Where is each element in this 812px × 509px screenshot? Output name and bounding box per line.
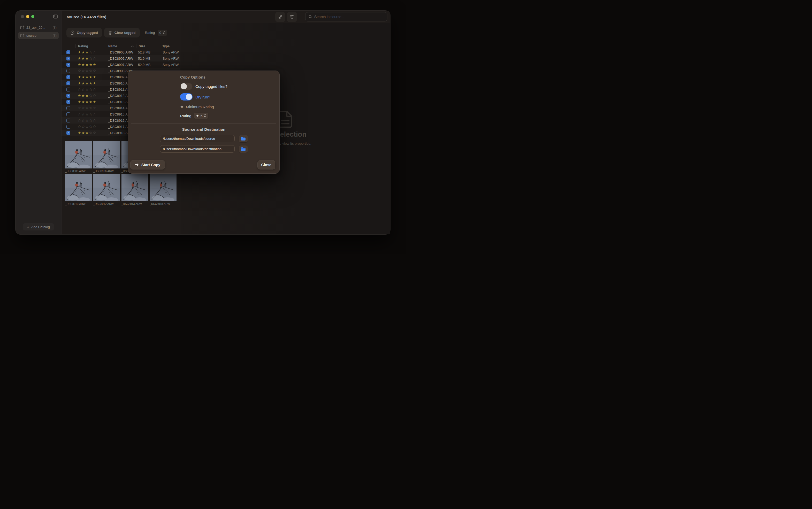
search-field[interactable] — [305, 12, 387, 22]
star-icon[interactable]: ☆ — [82, 69, 86, 73]
star-icon[interactable]: ★ — [78, 63, 82, 67]
clear-tagged-button[interactable]: Clear tagged — [104, 28, 140, 37]
star-icon[interactable]: ☆ — [89, 87, 93, 92]
star-icon[interactable]: ☆ — [93, 125, 97, 129]
row-tag-checkbox[interactable]: ✓ — [66, 75, 70, 79]
star-icon[interactable]: ☆ — [93, 50, 97, 54]
star-icon[interactable]: ☆ — [85, 87, 89, 92]
row-tag-checkbox[interactable] — [66, 125, 70, 129]
row-rating-stars[interactable]: ☆☆☆☆☆ — [75, 112, 106, 116]
star-icon[interactable]: ☆ — [89, 94, 93, 98]
row-rating-stars[interactable]: ☆☆☆☆☆ — [75, 106, 106, 110]
close-window-button[interactable] — [21, 15, 24, 18]
column-header-type[interactable]: Type — [160, 44, 180, 48]
star-icon[interactable]: ☆ — [78, 87, 82, 92]
dry-run-toggle[interactable] — [180, 93, 193, 101]
star-icon[interactable]: ★ — [78, 56, 82, 61]
search-input[interactable] — [314, 15, 384, 19]
minimum-rating-stepper[interactable]: ★ 5 — [194, 113, 208, 119]
star-icon[interactable]: ★ — [82, 81, 86, 85]
column-header-name[interactable]: Name — [106, 44, 136, 48]
thumbnail[interactable]: _DSC8905.ARW — [65, 141, 92, 173]
star-icon[interactable]: ☆ — [78, 106, 82, 110]
thumbnail[interactable]: _DSC8906.ARW — [93, 141, 120, 173]
column-header-size[interactable]: Size — [136, 44, 160, 48]
star-icon[interactable]: ☆ — [78, 112, 82, 116]
star-icon[interactable]: ☆ — [89, 106, 93, 110]
row-tag-checkbox[interactable]: ✓ — [66, 94, 70, 98]
star-icon[interactable]: ★ — [82, 75, 86, 79]
sidebar-catalog-item[interactable]: 23_apr_20... (8) — [18, 24, 59, 31]
row-tag-checkbox[interactable]: ✓ — [66, 50, 70, 54]
row-tag-checkbox[interactable] — [66, 69, 70, 73]
row-tag-checkbox[interactable]: ✓ — [66, 57, 70, 61]
choose-source-folder-button[interactable] — [239, 135, 248, 142]
star-icon[interactable]: ☆ — [89, 112, 93, 116]
star-icon[interactable]: ☆ — [93, 94, 97, 98]
star-icon[interactable]: ☆ — [93, 56, 97, 61]
star-icon[interactable]: ★ — [93, 75, 97, 79]
rating-filter-stepper[interactable]: 0 — [158, 30, 167, 36]
row-rating-stars[interactable]: ★★★☆☆ — [75, 131, 106, 135]
star-icon[interactable]: ☆ — [85, 106, 89, 110]
start-copy-button[interactable]: Start Copy — [130, 160, 165, 169]
close-button[interactable]: Close — [258, 160, 275, 169]
row-rating-stars[interactable]: ★★★★★ — [75, 100, 106, 104]
star-icon[interactable]: ★ — [85, 75, 89, 79]
thumbnail[interactable]: _DSC8912.ARW — [93, 174, 120, 205]
star-icon[interactable]: ★ — [85, 131, 89, 135]
choose-destination-folder-button[interactable] — [239, 145, 248, 153]
row-tag-checkbox[interactable]: ✓ — [66, 81, 70, 85]
star-icon[interactable]: ☆ — [89, 125, 93, 129]
star-icon[interactable]: ☆ — [93, 69, 97, 73]
star-icon[interactable]: ★ — [89, 100, 93, 104]
star-icon[interactable]: ☆ — [85, 118, 89, 123]
minimize-window-button[interactable] — [26, 15, 29, 18]
row-tag-checkbox[interactable] — [66, 106, 70, 110]
star-icon[interactable]: ★ — [89, 63, 93, 67]
star-icon[interactable]: ☆ — [89, 69, 93, 73]
star-icon[interactable]: ★ — [85, 63, 89, 67]
row-rating-stars[interactable]: ★★★★★ — [75, 63, 106, 67]
star-icon[interactable]: ★ — [78, 81, 82, 85]
star-icon[interactable]: ★ — [85, 50, 89, 54]
star-icon[interactable]: ★ — [82, 50, 86, 54]
row-rating-stars[interactable]: ☆☆☆☆☆ — [75, 69, 106, 73]
row-rating-stars[interactable]: ☆☆☆☆☆ — [75, 125, 106, 129]
destination-path-input[interactable] — [160, 145, 235, 153]
star-icon[interactable]: ☆ — [78, 69, 82, 73]
star-icon[interactable]: ☆ — [89, 50, 93, 54]
star-icon[interactable]: ★ — [93, 81, 97, 85]
star-icon[interactable]: ★ — [78, 50, 82, 54]
row-tag-checkbox[interactable]: ✓ — [66, 63, 70, 67]
star-icon[interactable]: ★ — [93, 100, 97, 104]
star-icon[interactable]: ★ — [78, 94, 82, 98]
star-icon[interactable]: ☆ — [85, 125, 89, 129]
source-path-input[interactable] — [160, 135, 235, 142]
star-icon[interactable]: ☆ — [89, 56, 93, 61]
table-row[interactable]: ✓ ★★★★★ _DSC8907.ARW 52,9 MB Sony ARW r — [62, 62, 180, 68]
star-icon[interactable]: ☆ — [93, 118, 97, 123]
star-icon[interactable]: ☆ — [93, 112, 97, 116]
star-icon[interactable]: ★ — [85, 81, 89, 85]
star-icon[interactable]: ☆ — [89, 118, 93, 123]
star-icon[interactable]: ☆ — [82, 87, 86, 92]
row-rating-stars[interactable]: ★★★☆☆ — [75, 56, 106, 61]
star-icon[interactable]: ☆ — [82, 106, 86, 110]
star-icon[interactable]: ★ — [82, 131, 86, 135]
row-tag-checkbox[interactable] — [66, 112, 70, 116]
sidebar-catalog-item[interactable]: source (8) — [18, 32, 59, 39]
star-icon[interactable]: ★ — [93, 63, 97, 67]
star-icon[interactable]: ☆ — [82, 118, 86, 123]
star-icon[interactable]: ★ — [89, 81, 93, 85]
sidebar-toggle-icon[interactable] — [53, 14, 58, 19]
table-row[interactable]: ✓ ★★★☆☆ _DSC8906.ARW 52,9 MB Sony ARW r — [62, 55, 180, 62]
row-tag-checkbox[interactable] — [66, 118, 70, 123]
trash-toolbar-button[interactable] — [287, 12, 297, 22]
star-icon[interactable]: ☆ — [82, 112, 86, 116]
star-icon[interactable]: ★ — [78, 75, 82, 79]
row-tag-checkbox[interactable]: ✓ — [66, 100, 70, 104]
star-icon[interactable]: ★ — [82, 94, 86, 98]
star-icon[interactable]: ☆ — [78, 125, 82, 129]
add-catalog-button[interactable]: + Add Catalog — [23, 223, 54, 231]
